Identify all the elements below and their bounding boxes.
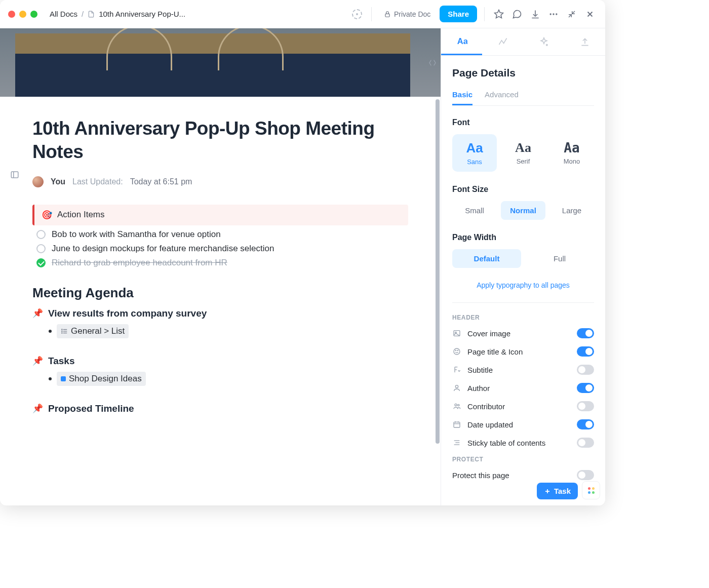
toggle-switch[interactable] [577,365,594,375]
apps-button[interactable] [582,481,600,499]
checkbox-icon[interactable] [36,244,46,253]
font-size-selector: Small Normal Large [452,201,594,220]
agenda-item[interactable]: 📌 View results from company survey [32,308,408,319]
toggle-switch[interactable] [577,470,594,480]
subtitle-icon [452,365,461,374]
toggle-label: Sticky table of contents [467,439,545,447]
breadcrumb-doc[interactable]: 10th Anniversary Pop-U... [99,10,185,18]
download-icon[interactable] [528,7,542,21]
comment-icon[interactable] [510,7,524,21]
app-body: 10th Anniversary Pop-Up Shop Meeting Not… [0,28,605,505]
share-button[interactable]: Share [440,6,477,22]
document-body: 10th Anniversary Pop-Up Shop Meeting Not… [0,97,441,440]
checklist-item[interactable]: June to design mockups for feature merch… [36,244,408,254]
font-serif-option[interactable]: AaSerif [501,134,545,172]
tab-typography[interactable]: Aa [441,28,482,55]
svg-point-20 [455,404,457,406]
font-size-large[interactable]: Large [549,201,594,220]
checklist-item-text: Richard to grab employee headcount from … [52,258,227,268]
breadcrumb[interactable]: All Docs / 10th Anniversary Pop-U... [50,10,185,18]
toggle-switch[interactable] [577,328,594,338]
agenda-subitem[interactable]: Shop Design Ideas [49,372,408,386]
app-window: All Docs / 10th Anniversary Pop-U... Pri… [0,0,605,505]
font-section-label: Font [452,118,594,127]
font-size-normal[interactable]: Normal [501,201,545,220]
svg-point-3 [553,13,554,15]
svg-point-16 [454,348,460,355]
checklist: Bob to work with Samantha for venue opti… [36,229,408,268]
toggle-switch[interactable] [577,383,594,393]
list-view-chip[interactable]: General > List [57,324,129,338]
checklist-item[interactable]: Richard to grab employee headcount from … [36,258,408,268]
agenda-item[interactable]: 📌 Proposed Timeline [32,403,408,414]
toggle-label: Date updated [467,420,513,429]
tab-ai[interactable] [523,28,564,55]
toggle-label: Author [467,384,490,393]
page-width-section-label: Page Width [452,233,594,242]
privacy-indicator[interactable]: Private Doc [379,10,436,18]
breadcrumb-root[interactable]: All Docs [50,10,77,18]
subtab-advanced[interactable]: Advanced [485,90,519,105]
toggle-label: Cover image [467,329,510,338]
apply-typography-link[interactable]: Apply typography to all pages [452,281,594,289]
author-avatar[interactable] [32,176,44,187]
chip-label: Shop Design Ideas [69,374,142,384]
action-items-callout[interactable]: 🎯 Action Items [32,205,408,225]
font-sans-option[interactable]: AaSans [452,134,497,172]
svg-point-4 [556,13,557,15]
svg-point-9 [62,329,62,329]
sidebar-toggle-icon[interactable] [10,170,19,179]
panel-scroll: Page Details Basic Advanced Font AaSans … [441,56,605,505]
tab-stats[interactable] [482,28,523,55]
toggle-label: Protect this page [452,471,509,480]
toggle-sticky-toc: Sticky table of contents [452,438,594,448]
agenda-subitem[interactable]: General > List [49,324,408,338]
scrollbar[interactable] [436,99,440,444]
checklist-item[interactable]: Bob to work with Samantha for venue opti… [36,229,408,240]
divider [452,302,594,303]
more-icon[interactable] [546,7,561,21]
font-size-small[interactable]: Small [452,201,497,220]
agenda-item-title: Tasks [48,356,74,367]
focus-mode-icon[interactable] [350,7,364,21]
font-mono-option[interactable]: AaMono [549,134,594,172]
checkbox-icon[interactable] [36,230,46,239]
toggle-label: Subtitle [467,366,493,374]
agenda-item[interactable]: 📌 Tasks [32,356,408,367]
page-width-full[interactable]: Full [525,249,594,268]
agenda-heading[interactable]: Meeting Agenda [32,285,408,301]
image-icon [452,329,461,338]
toggle-switch[interactable] [577,419,594,429]
minimize-window-button[interactable] [19,11,26,18]
task-chip[interactable]: Shop Design Ideas [57,372,146,386]
star-icon[interactable] [492,7,506,21]
svg-point-21 [458,404,459,406]
calendar-icon [452,420,461,429]
checkbox-checked-icon[interactable] [36,258,46,267]
toggle-switch[interactable] [577,438,594,448]
task-color-icon [61,376,66,381]
lock-icon [384,11,391,18]
toggle-label: Page title & Icon [467,347,523,356]
close-window-button[interactable] [8,11,15,18]
toggle-label: Contributor [467,402,505,411]
bullet-icon [49,377,52,380]
pin-icon: 📌 [32,308,43,319]
close-icon[interactable] [583,7,597,21]
resize-handle-icon[interactable] [428,59,437,67]
svg-point-18 [457,350,458,350]
toggle-switch[interactable] [577,401,594,411]
cover-image[interactable] [0,28,441,97]
person-icon [452,383,461,393]
collapse-icon[interactable] [565,7,579,21]
tab-export[interactable] [564,28,605,55]
new-task-button[interactable]: Task [537,483,578,499]
maximize-window-button[interactable] [30,11,37,18]
toggle-switch[interactable] [577,346,594,357]
svg-text:Aa: Aa [457,36,467,46]
window-controls [8,11,37,18]
subtab-basic[interactable]: Basic [452,90,472,105]
page-title[interactable]: 10th Anniversary Pop-Up Shop Meeting Not… [32,117,408,164]
toc-icon [452,438,461,447]
page-width-default[interactable]: Default [452,249,521,268]
